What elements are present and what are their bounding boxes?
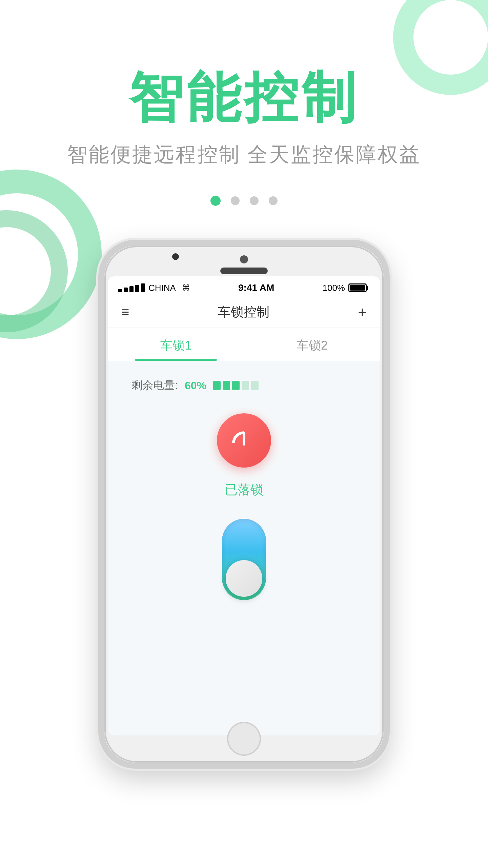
dot-2[interactable] [231, 196, 240, 205]
front-camera [172, 253, 179, 260]
lock-toggle-container [222, 519, 266, 600]
tab-lock1[interactable]: 车锁1 [108, 328, 244, 361]
dots-indicator [210, 196, 278, 206]
signal-bars [118, 283, 145, 292]
menu-button[interactable]: ≡ [121, 304, 129, 320]
speaker-grille [220, 268, 268, 274]
signal-bar-1 [118, 289, 122, 292]
battery-icon [348, 283, 367, 292]
lock-toggle[interactable] [222, 519, 266, 600]
battery-label: 剩余电量: [131, 378, 178, 393]
phone-screen: CHINA ⌘ 9:41 AM 100% ≡ 车锁控制 + [108, 276, 380, 735]
page-subtitle: 智能便捷远程控制 全天监控保障权益 [67, 141, 421, 169]
bar-4 [242, 381, 249, 390]
power-button[interactable] [217, 413, 271, 468]
page-title: 智能控制 [129, 68, 359, 127]
bar-1 [213, 381, 221, 390]
phone-top-elements [220, 255, 268, 274]
phone-frame: CHINA ⌘ 9:41 AM 100% ≡ 车锁控制 + [98, 240, 390, 769]
status-time: 9:41 AM [238, 282, 274, 293]
phone-mockup: CHINA ⌘ 9:41 AM 100% ≡ 车锁控制 + [98, 240, 390, 769]
nav-title: 车锁控制 [218, 303, 269, 321]
signal-bar-2 [124, 288, 128, 292]
bar-3 [232, 381, 240, 390]
bar-5 [251, 381, 259, 390]
status-bar: CHINA ⌘ 9:41 AM 100% [108, 276, 380, 297]
signal-bar-3 [129, 286, 134, 292]
signal-bar-5 [141, 283, 145, 292]
add-button[interactable]: + [358, 304, 367, 321]
lock-status-text: 已落锁 [225, 481, 263, 498]
tabs-bar: 车锁1 车锁2 [108, 328, 380, 361]
screen-content: 剩余电量: 60% [108, 361, 380, 735]
toggle-thumb [226, 560, 262, 597]
status-left: CHINA ⌘ [118, 283, 190, 293]
dot-4[interactable] [269, 196, 278, 205]
bar-2 [223, 381, 230, 390]
status-right: 100% [322, 283, 367, 293]
wifi-icon: ⌘ [182, 283, 190, 293]
tab-lock2[interactable]: 车锁2 [244, 328, 380, 361]
camera-dot [240, 255, 248, 263]
nav-bar: ≡ 车锁控制 + [108, 297, 380, 328]
dot-1[interactable] [210, 196, 221, 206]
battery-level-row: 剩余电量: 60% [131, 378, 259, 393]
signal-bar-4 [135, 285, 139, 292]
battery-percent-label: 100% [322, 283, 345, 293]
battery-fill [350, 285, 365, 291]
battery-bar-indicator [213, 381, 259, 390]
battery-percent-value: 60% [185, 379, 206, 392]
carrier-label: CHINA [148, 283, 176, 293]
power-icon [232, 429, 256, 452]
dot-3[interactable] [250, 196, 259, 205]
home-button[interactable] [227, 722, 261, 756]
